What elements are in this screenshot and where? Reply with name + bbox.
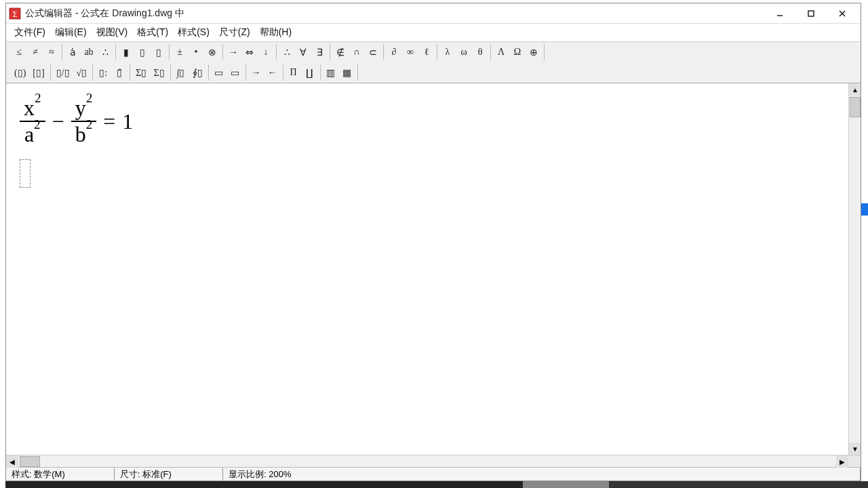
template-group-5: ▭▭ [209, 64, 246, 81]
symbol-btn-5-0[interactable]: ∴ [279, 45, 294, 60]
symbol-group-9: ΛΩ⊕ [491, 44, 545, 60]
symbol-btn-4-0[interactable]: → [226, 45, 241, 60]
template-btn-0-0[interactable]: (▯) [12, 65, 28, 80]
template-btn-5-1[interactable]: ▭ [228, 65, 243, 80]
minimize-button[interactable] [764, 4, 795, 23]
template-btn-3-0[interactable]: Σ▯ [133, 65, 149, 80]
symbol-btn-1-0[interactable]: ȧ [65, 45, 80, 60]
template-btn-6-1[interactable]: ← [265, 65, 280, 80]
template-btn-5-0[interactable]: ▭ [212, 65, 226, 80]
scroll-right-arrow-icon[interactable]: ▶ [836, 455, 848, 468]
template-btn-7-0[interactable]: Π [286, 65, 301, 80]
template-btn-6-0[interactable]: → [249, 65, 264, 80]
app-icon: Σ [9, 7, 21, 20]
symbol-btn-9-0[interactable]: Λ [494, 45, 509, 60]
symbol-btn-9-2[interactable]: ⊕ [526, 45, 541, 60]
equation-editor-window: Σ 公式编辑器 - 公式在 Drawing1.dwg 中 文件(F) 编辑(E)… [5, 3, 861, 481]
menu-edit[interactable]: 编辑(E) [51, 25, 91, 40]
symbol-btn-2-0[interactable]: ▮ [119, 45, 134, 60]
symbol-btn-8-2[interactable]: θ [473, 45, 488, 60]
symbol-btn-9-1[interactable]: Ω [510, 45, 525, 60]
scroll-up-arrow-icon[interactable]: ▲ [849, 83, 861, 96]
minus-sign: − [52, 109, 64, 134]
symbol-btn-3-2[interactable]: ⊗ [205, 45, 220, 60]
edit-cursor-slot[interactable] [20, 159, 31, 188]
horizontal-scrollbar[interactable]: ◀ ▶ [6, 455, 848, 467]
denominator-2: b2 [71, 122, 97, 147]
symbol-group-5: ∴∀∃ [277, 44, 330, 60]
symbol-btn-0-2[interactable]: ≈ [44, 45, 59, 60]
template-btn-7-1[interactable]: ∐ [302, 65, 317, 80]
equals-sign: = [103, 109, 115, 134]
symbol-btn-7-2[interactable]: ℓ [419, 45, 434, 60]
equation-canvas[interactable]: x2 a2 − y2 b2 = 1 [6, 83, 848, 455]
status-style: 样式: 数学(M) [6, 468, 115, 481]
template-group-2: ▯:▯̄ [93, 64, 130, 81]
symbol-btn-8-1[interactable]: ω [456, 45, 471, 60]
v-scroll-thumb[interactable] [850, 97, 861, 117]
menu-help[interactable]: 帮助(H) [256, 25, 296, 40]
template-group-6: →← [246, 64, 283, 81]
template-btn-4-1[interactable]: ∮▯ [190, 65, 205, 80]
h-scroll-thumb[interactable] [20, 456, 40, 467]
hscroll-row: ◀ ▶ [6, 455, 861, 467]
symbol-group-7: ∂∞ℓ [384, 44, 437, 60]
symbol-group-4: →⇔↓ [223, 44, 277, 60]
template-group-4: ∫▯∮▯ [171, 64, 209, 81]
symbol-group-6: ∉∩⊂ [330, 44, 384, 60]
menu-format[interactable]: 格式(T) [133, 25, 172, 40]
background-panel [861, 102, 868, 393]
template-btn-8-1[interactable]: ▦ [340, 65, 355, 80]
template-btn-1-0[interactable]: ▯/▯ [54, 65, 73, 80]
template-btn-0-1[interactable]: [▯] [30, 65, 47, 80]
vertical-scrollbar[interactable]: ▲ ▼ [848, 83, 861, 455]
symbol-btn-8-0[interactable]: λ [440, 45, 455, 60]
symbol-btn-0-1[interactable]: ≠ [28, 45, 43, 60]
symbol-btn-7-0[interactable]: ∂ [387, 45, 401, 60]
symbol-btn-5-1[interactable]: ∀ [296, 45, 311, 60]
symbol-btn-0-0[interactable]: ≤ [12, 45, 26, 60]
numerator-1: x2 [20, 96, 45, 121]
menu-size[interactable]: 尺寸(Z) [215, 25, 254, 40]
template-btn-3-1[interactable]: Σ▯ [151, 65, 167, 80]
menubar: 文件(F) 编辑(E) 视图(V) 格式(T) 样式(S) 尺寸(Z) 帮助(H… [6, 24, 861, 41]
symbol-btn-3-0[interactable]: ± [172, 45, 187, 60]
fraction-2: y2 b2 [71, 96, 97, 147]
symbol-btn-5-2[interactable]: ∃ [312, 45, 327, 60]
symbol-btn-6-2[interactable]: ⊂ [366, 45, 380, 60]
close-button[interactable] [827, 4, 858, 23]
scroll-down-arrow-icon[interactable]: ▼ [849, 443, 861, 455]
symbol-btn-1-2[interactable]: ∴ [98, 45, 113, 60]
symbol-btn-1-1[interactable]: ab [81, 45, 96, 60]
template-btn-4-0[interactable]: ∫▯ [174, 65, 189, 80]
symbol-btn-6-1[interactable]: ∩ [349, 45, 364, 60]
menu-view[interactable]: 视图(V) [92, 25, 132, 40]
template-group-1: ▯/▯√▯ [51, 64, 94, 81]
symbol-btn-3-1[interactable]: • [189, 45, 203, 60]
scroll-left-arrow-icon[interactable]: ◀ [6, 455, 18, 468]
host-app-timeline [5, 481, 868, 488]
background-highlight [861, 203, 868, 216]
symbol-btn-4-2[interactable]: ↓ [258, 45, 273, 60]
toolbars: ≤≠≈ȧab∴▮▯▯±•⊗→⇔↓∴∀∃∉∩⊂∂∞ℓλωθΛΩ⊕ (▯)[▯]▯/… [6, 41, 861, 83]
template-btn-2-1[interactable]: ▯̄ [112, 65, 127, 80]
symbol-btn-6-0[interactable]: ∉ [333, 45, 348, 60]
template-btn-2-0[interactable]: ▯: [96, 65, 111, 80]
rhs-value: 1 [122, 109, 133, 134]
symbol-group-1: ȧab∴ [62, 44, 116, 60]
symbol-btn-4-1[interactable]: ⇔ [242, 45, 257, 60]
symbol-palette-row: ≤≠≈ȧab∴▮▯▯±•⊗→⇔↓∴∀∃∉∩⊂∂∞ℓλωθΛΩ⊕ [6, 42, 861, 62]
maximize-button[interactable] [795, 4, 827, 23]
scroll-corner [848, 455, 861, 467]
symbol-btn-2-1[interactable]: ▯ [135, 45, 150, 60]
menu-style[interactable]: 样式(S) [174, 25, 214, 40]
symbol-group-8: λωθ [437, 44, 491, 60]
svg-text:Σ: Σ [13, 9, 18, 18]
symbol-btn-2-2[interactable]: ▯ [151, 45, 166, 60]
template-btn-1-1[interactable]: √▯ [74, 65, 90, 80]
menu-file[interactable]: 文件(F) [10, 25, 50, 40]
template-btn-8-0[interactable]: ▥ [323, 65, 338, 80]
status-zoom: 显示比例: 200% [223, 468, 861, 481]
symbol-btn-7-1[interactable]: ∞ [403, 45, 418, 60]
window-controls [764, 4, 858, 23]
